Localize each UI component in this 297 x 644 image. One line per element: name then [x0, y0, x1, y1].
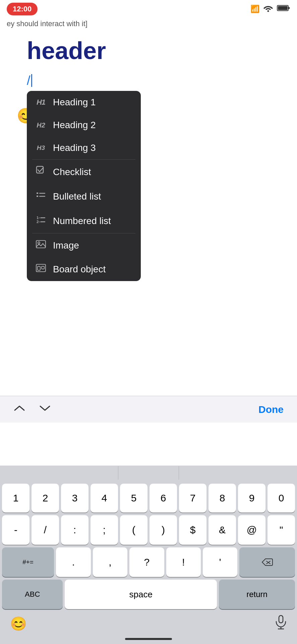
key-backspace[interactable] — [239, 547, 295, 577]
menu-item-board-label: Board object — [53, 264, 106, 275]
keyboard-emoji-icon[interactable]: 😊 — [10, 616, 27, 632]
svg-rect-20 — [279, 615, 283, 623]
image-icon — [35, 239, 47, 251]
key-exclaim[interactable]: ! — [166, 547, 201, 577]
keyboard-number-row: 1 2 3 4 5 6 7 8 9 0 — [0, 480, 297, 514]
menu-item-heading3[interactable]: H3 Heading 3 — [27, 137, 141, 159]
menu-item-numbered-label: Numbered list — [53, 216, 111, 226]
key-8[interactable]: 8 — [209, 484, 236, 513]
svg-rect-10 — [41, 217, 45, 218]
toolbar: Done — [0, 396, 297, 423]
menu-item-image-label: Image — [53, 240, 79, 251]
signal-icon: 📶 — [250, 5, 259, 13]
key-dquote[interactable]: " — [268, 515, 295, 545]
svg-rect-17 — [42, 266, 44, 269]
menu-item-heading2-label: Heading 2 — [53, 120, 96, 130]
key-space[interactable]: space — [65, 580, 217, 609]
editor-area[interactable]: header / H1 Heading 1 H2 Heading 2 H — [0, 31, 297, 272]
menu-item-heading3-label: Heading 3 — [53, 143, 96, 153]
menu-item-bulleted[interactable]: Bulleted list — [27, 184, 141, 209]
numbered-list-icon: 1— 2— — [35, 215, 47, 227]
key-at[interactable]: @ — [238, 515, 265, 545]
key-5[interactable]: 5 — [120, 484, 147, 513]
svg-rect-12 — [41, 221, 45, 222]
top-note-bar: ey should interact with it] — [0, 18, 297, 31]
keyboard-extras-row: 😊 — [0, 612, 297, 636]
checklist-icon — [35, 166, 47, 178]
keyboard-bottom-row: ABC space return — [0, 578, 297, 612]
editor-header: header — [27, 38, 270, 64]
bulleted-list-icon — [35, 190, 47, 203]
svg-rect-8 — [39, 196, 45, 197]
key-slash[interactable]: / — [32, 515, 59, 545]
editor-cursor-line[interactable]: / H1 Heading 1 H2 Heading 2 H3 Heading 3 — [27, 74, 270, 87]
status-bar-time: 12:00 — [7, 3, 38, 15]
svg-rect-6 — [39, 193, 45, 194]
key-7[interactable]: 7 — [179, 484, 206, 513]
key-dollar[interactable]: $ — [179, 515, 206, 545]
menu-item-heading1[interactable]: H1 Heading 1 — [27, 91, 141, 114]
key-9[interactable]: 9 — [238, 484, 265, 513]
svg-point-14 — [38, 242, 40, 244]
kb-divider-right — [179, 466, 179, 480]
svg-point-0 — [268, 10, 269, 12]
key-6[interactable]: 6 — [150, 484, 177, 513]
toolbar-done-button[interactable]: Done — [258, 404, 284, 415]
key-period[interactable]: . — [56, 547, 91, 577]
toolbar-up-arrow[interactable] — [13, 404, 25, 415]
svg-rect-13 — [36, 240, 46, 248]
text-cursor — [31, 74, 32, 87]
key-question[interactable]: ? — [129, 547, 164, 577]
menu-item-checklist[interactable]: Checklist — [27, 160, 141, 184]
key-hashtag[interactable]: #+= — [2, 547, 54, 577]
key-1[interactable]: 1 — [2, 484, 29, 513]
kb-divider-left — [118, 466, 118, 480]
h3-icon: H3 — [35, 144, 47, 152]
svg-rect-16 — [38, 266, 40, 270]
key-3[interactable]: 3 — [61, 484, 88, 513]
toolbar-nav — [13, 404, 51, 415]
keyboard-mic-icon[interactable] — [275, 615, 287, 633]
dropdown-menu: H1 Heading 1 H2 Heading 2 H3 Heading 3 — [27, 91, 141, 281]
key-return[interactable]: return — [219, 580, 295, 609]
menu-item-numbered[interactable]: 1— 2— Numbered list — [27, 209, 141, 233]
svg-rect-3 — [278, 6, 288, 10]
toolbar-down-arrow[interactable] — [39, 404, 51, 415]
board-object-icon — [35, 263, 47, 275]
key-rparen[interactable]: ) — [150, 515, 177, 545]
key-0[interactable]: 0 — [268, 484, 295, 513]
key-ampersand[interactable]: & — [209, 515, 236, 545]
keyboard: 1 2 3 4 5 6 7 8 9 0 - / : ; ( ) $ & @ " … — [0, 466, 297, 644]
menu-item-board[interactable]: Board object — [27, 257, 141, 281]
menu-item-heading1-label: Heading 1 — [53, 97, 96, 108]
key-4[interactable]: 4 — [91, 484, 118, 513]
svg-rect-2 — [288, 7, 290, 9]
menu-item-checklist-label: Checklist — [53, 167, 91, 177]
key-dash[interactable]: - — [2, 515, 29, 545]
key-colon[interactable]: : — [61, 515, 88, 545]
key-abc[interactable]: ABC — [2, 580, 63, 609]
status-bar: 12:00 📶 — [0, 0, 297, 18]
svg-rect-5 — [37, 193, 38, 194]
h2-icon: H2 — [35, 121, 47, 129]
wifi-icon — [263, 4, 274, 14]
keyboard-special-row: #+= . , ? ! ' — [0, 546, 297, 578]
keyboard-symbol-row: - / : ; ( ) $ & @ " — [0, 514, 297, 546]
key-semicolon[interactable]: ; — [91, 515, 118, 545]
svg-rect-7 — [37, 196, 38, 197]
h1-icon: H1 — [35, 98, 47, 107]
key-2[interactable]: 2 — [32, 484, 59, 513]
keyboard-dividers — [0, 466, 297, 480]
menu-item-bulleted-label: Bulleted list — [53, 191, 101, 202]
cursor-slash: / — [27, 74, 31, 87]
key-comma[interactable]: , — [93, 547, 127, 577]
menu-item-heading2[interactable]: H2 Heading 2 — [27, 114, 141, 137]
key-lparen[interactable]: ( — [120, 515, 147, 545]
status-bar-right: 📶 — [250, 4, 290, 14]
menu-item-image[interactable]: Image — [27, 233, 141, 257]
battery-icon — [277, 4, 290, 14]
key-squote[interactable]: ' — [203, 547, 237, 577]
